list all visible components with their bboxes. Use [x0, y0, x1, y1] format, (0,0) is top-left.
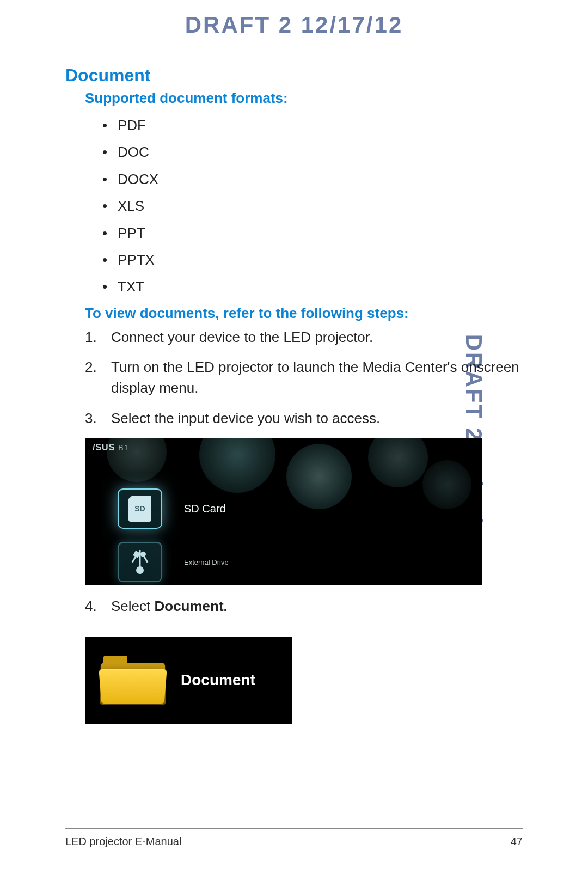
- step-4-prefix: Select: [111, 598, 155, 614]
- page-footer: LED projector E-Manual 47: [65, 828, 523, 848]
- watermark-top: DRAFT 2 12/17/12: [0, 12, 588, 38]
- step-4: Select Document.: [85, 596, 523, 617]
- steps-list-cont: Select Document.: [85, 596, 523, 617]
- format-item: XLS: [102, 193, 523, 219]
- heading-to-view: To view documents, refer to the followin…: [85, 305, 523, 322]
- step-1: Connect your device to the LED projector…: [85, 327, 523, 348]
- external-drive-label: External Drive: [184, 558, 229, 566]
- folder-icon: [100, 656, 166, 705]
- model-text: B1: [118, 443, 128, 452]
- sd-card-icon: SD: [118, 488, 162, 529]
- format-item: PPT: [102, 220, 523, 247]
- usb-icon: [118, 542, 162, 582]
- step-2: Turn on the LED projector to launch the …: [85, 357, 523, 398]
- step-3: Select the input device you wish to acce…: [85, 408, 523, 429]
- menu-item-external-drive: External Drive: [118, 542, 229, 582]
- format-item: PPTX: [102, 247, 523, 273]
- page-number: 47: [511, 835, 523, 848]
- heading-supported-formats: Supported document formats:: [85, 90, 523, 107]
- format-item: DOC: [102, 139, 523, 166]
- sd-card-label: SD Card: [184, 503, 226, 515]
- step-4-bold: Document.: [155, 598, 228, 614]
- menu-item-sd-card: SD SD Card: [118, 488, 226, 529]
- format-item: TXT: [102, 273, 523, 300]
- formats-list: PDF DOC DOCX XLS PPT PPTX TXT: [102, 112, 523, 301]
- format-item: PDF: [102, 112, 523, 139]
- sd-card-glyph: SD: [128, 496, 151, 522]
- brand-text: /SUS: [93, 443, 115, 452]
- page-content: Document Supported document formats: PDF…: [65, 65, 523, 724]
- brand-logo: /SUSB1: [93, 443, 128, 453]
- media-center-screenshot: /SUSB1 SD SD Card External Drive: [85, 438, 482, 585]
- steps-list: Connect your device to the LED projector…: [85, 327, 523, 429]
- document-tile-label: Document: [181, 671, 255, 689]
- footer-title: LED projector E-Manual: [65, 835, 181, 848]
- document-tile-screenshot: Document: [85, 637, 292, 724]
- heading-document: Document: [65, 65, 523, 85]
- format-item: DOCX: [102, 166, 523, 193]
